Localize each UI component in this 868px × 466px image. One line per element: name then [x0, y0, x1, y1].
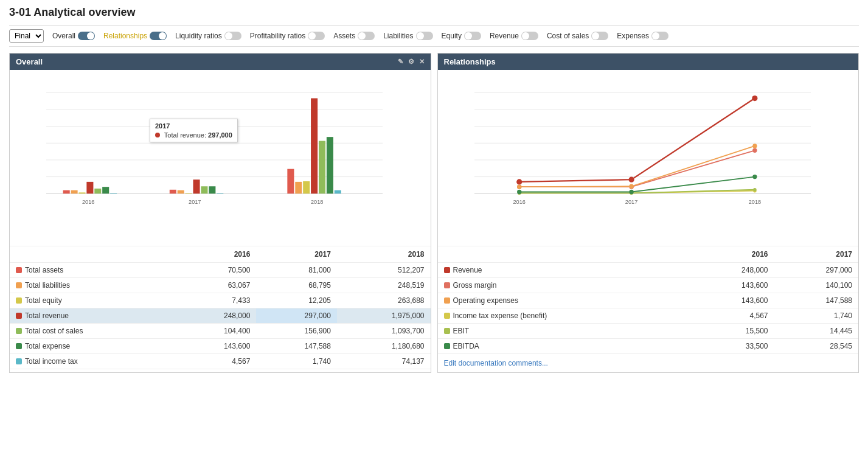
legend-dot: [16, 358, 22, 364]
overall-table-header: 2016 2017 2018: [10, 246, 431, 263]
row-label: Revenue: [438, 263, 690, 278]
relationships-panel-header: Relationships: [438, 54, 859, 70]
overall-table: 2016 2017 2018 Total assets 70,500 81,00…: [10, 246, 431, 369]
cost-of-sales-label: Cost of sales: [547, 32, 589, 40]
cost-of-sales-toggle[interactable]: [591, 32, 608, 40]
cell-value: 4,567: [690, 308, 774, 324]
row-label: Income tax expense (benefit): [438, 308, 690, 324]
svg-rect-35: [335, 190, 341, 194]
toolbar: Final Draft Overall Relationships Liquid…: [9, 25, 859, 47]
table-row: EBITDA 33,500 28,545: [438, 339, 859, 354]
cell-value: 297,000: [774, 263, 859, 278]
toolbar-liquidity[interactable]: Liquidity ratios: [175, 32, 241, 40]
expenses-label: Expenses: [617, 32, 649, 40]
row-label: Total assets: [10, 263, 176, 278]
table-row: Income tax expense (benefit) 4,567 1,740: [438, 308, 859, 324]
cell-value: 143,600: [690, 278, 774, 293]
liquidity-label: Liquidity ratios: [175, 32, 222, 40]
equity-label: Equity: [442, 32, 462, 40]
col-label: [438, 246, 690, 263]
row-label: Gross margin: [438, 278, 690, 293]
row-label: EBIT: [438, 324, 690, 339]
relationships-table: 2016 2017 Revenue 248,000 297,000 Gross …: [438, 246, 859, 354]
settings-icon[interactable]: ⚙: [408, 58, 414, 66]
svg-point-58: [752, 144, 757, 148]
overall-toggle[interactable]: [78, 32, 95, 40]
final-select[interactable]: Final Draft: [9, 29, 44, 43]
row-label: Total liabilities: [10, 278, 176, 293]
toolbar-overall[interactable]: Overall: [52, 32, 95, 40]
relationships-label: Relationships: [103, 32, 147, 40]
col-2017: 2017: [774, 246, 859, 263]
svg-text:2016: 2016: [513, 199, 525, 205]
svg-rect-26: [209, 186, 215, 193]
edit-documentation-link[interactable]: Edit documentation comments...: [438, 354, 859, 372]
toolbar-profitability[interactable]: Profitability ratios: [250, 32, 325, 40]
svg-rect-29: [287, 169, 294, 194]
legend-dot: [16, 267, 22, 273]
svg-rect-18: [102, 187, 109, 193]
table-row-highlighted: Total revenue 248,000 297,000 1,975,000: [10, 308, 431, 324]
liabilities-label: Liabilities: [383, 32, 413, 40]
legend-dot: [444, 343, 450, 349]
svg-rect-22: [178, 190, 184, 194]
cell-value: 74,137: [337, 354, 431, 369]
svg-point-51: [628, 177, 634, 183]
equity-toggle[interactable]: [464, 32, 481, 40]
svg-rect-31: [303, 181, 310, 193]
liquidity-toggle[interactable]: [224, 32, 241, 40]
table-row: Total equity 7,433 12,205 263,688: [10, 293, 431, 308]
expenses-toggle[interactable]: [651, 32, 668, 40]
table-row: Revenue 248,000 297,000: [438, 263, 859, 278]
cell-value: 15,500: [690, 324, 774, 339]
toolbar-equity[interactable]: Equity: [442, 32, 481, 40]
legend-dot: [16, 297, 22, 304]
profitability-toggle[interactable]: [308, 32, 325, 40]
legend-dot: [444, 313, 450, 319]
toolbar-liabilities[interactable]: Liabilities: [383, 32, 432, 40]
col-2016: 2016: [176, 246, 257, 263]
toolbar-relationships[interactable]: Relationships: [103, 32, 167, 40]
page-title: 3-01 Analytical overview: [9, 6, 859, 19]
page-container: 3-01 Analytical overview Final Draft Ove…: [0, 0, 868, 466]
toolbar-cost-of-sales[interactable]: Cost of sales: [547, 32, 608, 40]
row-label: Total revenue: [10, 308, 176, 324]
overall-panel-icons: ✎ ⚙ ✕: [398, 58, 425, 66]
svg-point-65: [517, 190, 521, 194]
svg-rect-17: [94, 189, 101, 193]
svg-rect-13: [63, 190, 70, 194]
svg-point-50: [516, 179, 522, 184]
table-row: Total cost of sales 104,400 156,900 1,09…: [10, 324, 431, 339]
cell-value: 1,975,000: [337, 308, 431, 324]
svg-rect-30: [295, 182, 302, 193]
cell-value: 143,600: [176, 339, 257, 354]
svg-rect-15: [78, 192, 85, 193]
svg-point-57: [629, 184, 633, 189]
table-row: Gross margin 143,600 140,100: [438, 278, 859, 293]
toolbar-expenses[interactable]: Expenses: [617, 32, 668, 40]
relationships-table-header: 2016 2017: [438, 246, 859, 263]
row-label: Total expense: [10, 339, 176, 354]
svg-text:2018: 2018: [748, 199, 760, 205]
cell-value: 248,000: [690, 263, 774, 278]
relationships-chart: 0 350,000 700,000 1,050,000 1,400,000 1,…: [438, 70, 859, 246]
svg-rect-16: [86, 182, 93, 193]
overall-label: Overall: [52, 32, 75, 40]
table-row: Operating expenses 143,600 147,588: [438, 293, 859, 308]
edit-icon[interactable]: ✎: [398, 58, 403, 66]
toolbar-assets[interactable]: Assets: [333, 32, 375, 40]
close-icon[interactable]: ✕: [419, 58, 425, 66]
table-row: Total assets 70,500 81,000 512,207: [10, 263, 431, 278]
svg-rect-27: [217, 193, 223, 193]
relationships-chart-svg: 0 350,000 700,000 1,050,000 1,400,000 1,…: [474, 76, 822, 221]
assets-toggle[interactable]: [358, 32, 375, 40]
cell-value: 1,180,680: [337, 339, 431, 354]
table-row: Total expense 143,600 147,588 1,180,680: [10, 339, 431, 354]
col-2017: 2017: [256, 246, 337, 263]
cell-value: 263,688: [337, 293, 431, 308]
liabilities-toggle[interactable]: [416, 32, 433, 40]
legend-dot: [16, 313, 22, 319]
revenue-toggle[interactable]: [521, 32, 538, 40]
relationships-toggle[interactable]: [150, 32, 167, 40]
toolbar-revenue[interactable]: Revenue: [490, 32, 538, 40]
